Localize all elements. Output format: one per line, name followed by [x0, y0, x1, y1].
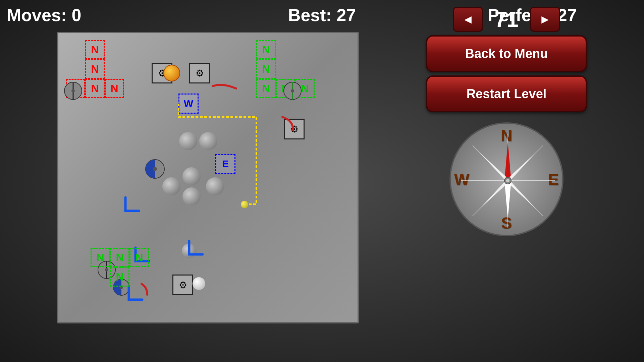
svg-marker-21 — [479, 152, 508, 182]
n-tile-red: N — [85, 59, 105, 79]
next-level-button[interactable]: ► — [530, 7, 560, 32]
best-value: 27 — [336, 5, 356, 25]
gear-box-4: ⚙ — [172, 275, 193, 295]
svg-point-10 — [105, 268, 108, 272]
n-tile-red: N — [105, 79, 124, 98]
svg-point-24 — [506, 179, 509, 182]
n-tile-green: N — [256, 40, 276, 59]
compass-needle — [451, 124, 565, 238]
svg-marker-20 — [479, 179, 508, 209]
moves-stat: Moves: 0 — [7, 5, 217, 25]
gray-ball-c2[interactable] — [206, 177, 224, 195]
compass: N S W E — [449, 122, 564, 236]
gear-box-3: ⚙ — [284, 119, 305, 139]
back-to-menu-label: Back to Menu — [465, 47, 548, 61]
gray-ball-c1[interactable] — [182, 167, 201, 185]
n-tile-green-bl3: N — [129, 248, 149, 267]
n-tile-green: N — [256, 59, 276, 79]
svg-marker-17 — [504, 142, 511, 181]
back-to-menu-button[interactable]: Back to Menu — [426, 35, 587, 72]
n-tile-green-bl4: N — [110, 267, 129, 287]
gray-ball-1[interactable] — [179, 132, 197, 150]
right-panel: ◄ 71 ► Back to Menu Restart Level N S W … — [369, 0, 644, 362]
moves-value: 0 — [72, 5, 82, 25]
n-tile-green: N — [256, 79, 276, 98]
restart-level-button[interactable]: Restart Level — [426, 75, 587, 112]
yellow-ball-end — [241, 201, 248, 208]
n-tile-green-bl1: N — [91, 248, 110, 267]
compass-circle: N S W E — [449, 122, 564, 236]
n-tile-green-bl2: N — [110, 248, 129, 267]
prev-level-button[interactable]: ◄ — [453, 7, 483, 32]
n-tile-red: N — [85, 40, 105, 59]
pivot-red-left — [64, 82, 82, 99]
prev-arrow-icon: ◄ — [462, 12, 474, 26]
white-ball-bottom[interactable] — [193, 277, 205, 290]
restart-level-label: Restart Level — [467, 87, 547, 101]
gear-box-2: ⚙ — [189, 63, 210, 83]
svg-marker-22 — [507, 179, 536, 209]
n-tile-red: N — [85, 79, 105, 98]
w-tile: W — [178, 94, 199, 114]
gray-ball-c3[interactable] — [182, 187, 201, 205]
gray-ball-lower[interactable] — [182, 244, 196, 258]
game-board[interactable]: N N N N N N N N N N ⚙ ⚙ W E ⚙ ⚙ — [57, 32, 359, 323]
gray-ball-pivot[interactable] — [146, 161, 164, 179]
level-number: 71 — [486, 7, 527, 32]
next-arrow-icon: ► — [539, 12, 551, 26]
svg-marker-19 — [507, 152, 536, 182]
gray-ball-2[interactable] — [199, 132, 217, 150]
e-tile: E — [215, 154, 235, 174]
pivot-green-right — [284, 82, 301, 99]
svg-marker-18 — [504, 181, 511, 219]
moves-label: Moves: — [7, 5, 67, 25]
best-label: Best: — [288, 5, 332, 25]
level-selector: ◄ 71 ► — [453, 7, 560, 32]
gray-ball-c4[interactable] — [162, 177, 180, 195]
orange-ball[interactable] — [163, 65, 180, 81]
